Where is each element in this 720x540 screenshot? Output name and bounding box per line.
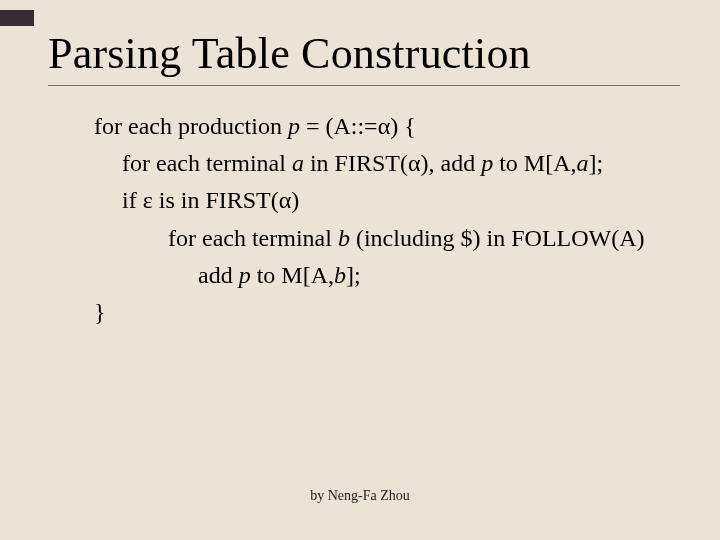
text: (including $) in FOLLOW(A) (350, 225, 645, 251)
line-1: for each production p = (A::=α) { (94, 108, 680, 145)
slide: Parsing Table Construction for each prod… (0, 0, 720, 540)
text: = (A::=α) { (300, 113, 416, 139)
slide-title: Parsing Table Construction (48, 28, 680, 79)
text: if ε is in FIRST(α) (122, 187, 299, 213)
var-p: p (239, 262, 251, 288)
line-6: } (94, 294, 680, 331)
line-3: if ε is in FIRST(α) (122, 182, 680, 219)
text: for each terminal (168, 225, 338, 251)
line-4: for each terminal b (including $) in FOL… (168, 220, 680, 257)
slide-footer: by Neng-Fa Zhou (0, 488, 720, 504)
var-b: b (338, 225, 350, 251)
title-rule (48, 85, 680, 86)
text: add (198, 262, 239, 288)
text: ]; (346, 262, 361, 288)
text: to M[A, (251, 262, 334, 288)
var-p: p (288, 113, 300, 139)
accent-bar (0, 10, 34, 26)
text: to M[A, (493, 150, 576, 176)
var-a: a (292, 150, 304, 176)
var-b: b (334, 262, 346, 288)
var-p: p (481, 150, 493, 176)
line-2: for each terminal a in FIRST(α), add p t… (122, 145, 680, 182)
text: ]; (589, 150, 604, 176)
text: } (94, 299, 106, 325)
algorithm-body: for each production p = (A::=α) { for ea… (48, 108, 680, 331)
line-5: add p to M[A,b]; (198, 257, 680, 294)
text: in FIRST(α), add (304, 150, 481, 176)
text: for each production (94, 113, 288, 139)
text: for each terminal (122, 150, 292, 176)
var-a: a (577, 150, 589, 176)
